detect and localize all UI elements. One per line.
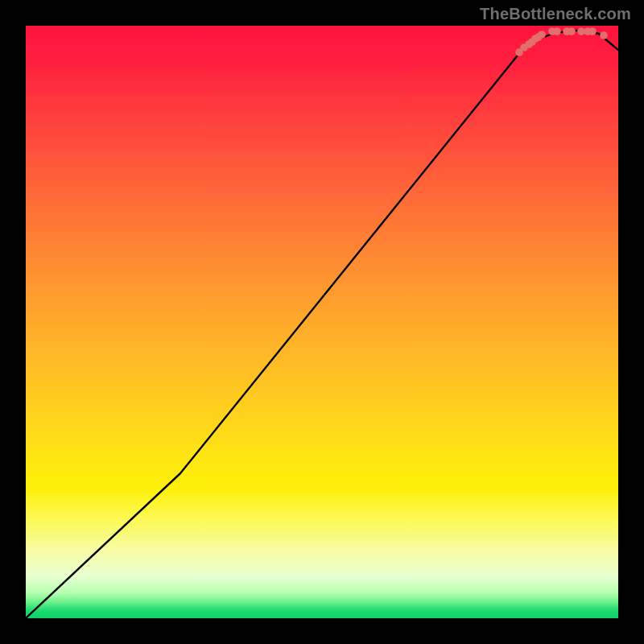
plot-area xyxy=(26,26,618,618)
curve-line xyxy=(26,31,618,618)
chart-frame: TheBottleneck.com xyxy=(0,0,644,644)
marker-dot xyxy=(538,31,546,39)
chart-svg xyxy=(26,26,618,618)
marker-dot xyxy=(600,31,608,39)
marker-dot xyxy=(568,27,576,35)
marker-dot xyxy=(553,27,561,35)
marker-dot xyxy=(588,27,597,35)
watermark-text: TheBottleneck.com xyxy=(480,5,631,23)
